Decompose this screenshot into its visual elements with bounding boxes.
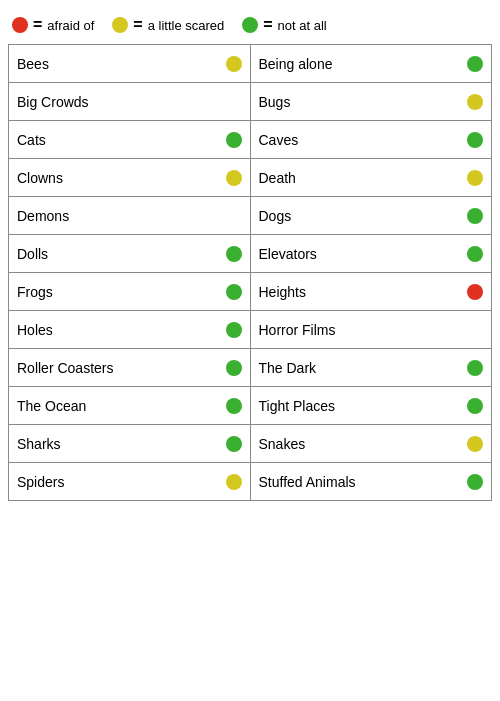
eq-sign-3: =: [263, 16, 272, 34]
scared-label: a little scared: [148, 18, 225, 33]
fear-label: Bees: [17, 56, 49, 72]
table-row: Elevators: [251, 235, 493, 273]
green-dot: [226, 132, 242, 148]
legend-not: = not at all: [242, 16, 327, 34]
table-row: Holes: [9, 311, 251, 349]
table-row: Dogs: [251, 197, 493, 235]
eq-sign-1: =: [33, 16, 42, 34]
fear-label: Sharks: [17, 436, 61, 452]
yellow-dot: [226, 56, 242, 72]
table-row: Sharks: [9, 425, 251, 463]
fear-label: Dogs: [259, 208, 292, 224]
fear-label: Spiders: [17, 474, 64, 490]
not-label: not at all: [278, 18, 327, 33]
yellow-dot: [226, 474, 242, 490]
fear-label: Holes: [17, 322, 53, 338]
fear-label: Roller Coasters: [17, 360, 113, 376]
table-row: Heights: [251, 273, 493, 311]
table-row: Big Crowds: [9, 83, 251, 121]
fear-label: Elevators: [259, 246, 317, 262]
table-row: The Dark: [251, 349, 493, 387]
green-dot: [467, 246, 483, 262]
green-dot: [226, 322, 242, 338]
fear-label: Cats: [17, 132, 46, 148]
green-dot: [467, 208, 483, 224]
fear-label: Clowns: [17, 170, 63, 186]
fear-label: Bugs: [259, 94, 291, 110]
yellow-dot: [467, 170, 483, 186]
green-dot: [226, 360, 242, 376]
fear-label: Heights: [259, 284, 306, 300]
red-dot-legend: [12, 17, 28, 33]
fear-label: Death: [259, 170, 296, 186]
fear-label: Stuffed Animals: [259, 474, 356, 490]
afraid-label: afraid of: [47, 18, 94, 33]
legend-afraid: = afraid of: [12, 16, 94, 34]
table-row: Snakes: [251, 425, 493, 463]
table-row: Cats: [9, 121, 251, 159]
yellow-dot: [226, 170, 242, 186]
red-dot: [467, 284, 483, 300]
fear-label: Horror Films: [259, 322, 336, 338]
fear-label: The Ocean: [17, 398, 86, 414]
fear-label: Caves: [259, 132, 299, 148]
green-dot: [467, 398, 483, 414]
table-row: Being alone: [251, 45, 493, 83]
green-dot: [467, 132, 483, 148]
legend: = afraid of = a little scared = not at a…: [8, 8, 492, 44]
table-row: Roller Coasters: [9, 349, 251, 387]
table-row: Stuffed Animals: [251, 463, 493, 501]
legend-scared: = a little scared: [112, 16, 224, 34]
fear-label: Tight Places: [259, 398, 336, 414]
table-row: Caves: [251, 121, 493, 159]
fear-label: Big Crowds: [17, 94, 89, 110]
green-dot: [226, 398, 242, 414]
fears-grid: BeesBeing aloneBig CrowdsBugsCatsCavesCl…: [8, 44, 492, 501]
green-dot: [226, 436, 242, 452]
fear-label: The Dark: [259, 360, 317, 376]
fear-label: Dolls: [17, 246, 48, 262]
fear-label: Being alone: [259, 56, 333, 72]
fear-label: Demons: [17, 208, 69, 224]
table-row: Tight Places: [251, 387, 493, 425]
table-row: Dolls: [9, 235, 251, 273]
table-row: Demons: [9, 197, 251, 235]
table-row: Bees: [9, 45, 251, 83]
table-row: Frogs: [9, 273, 251, 311]
eq-sign-2: =: [133, 16, 142, 34]
table-row: Death: [251, 159, 493, 197]
green-dot: [467, 360, 483, 376]
table-row: Horror Films: [251, 311, 493, 349]
fear-label: Frogs: [17, 284, 53, 300]
green-dot: [467, 474, 483, 490]
yellow-dot-legend: [112, 17, 128, 33]
green-dot-legend: [242, 17, 258, 33]
table-row: The Ocean: [9, 387, 251, 425]
yellow-dot: [467, 436, 483, 452]
green-dot: [226, 246, 242, 262]
table-row: Spiders: [9, 463, 251, 501]
green-dot: [467, 56, 483, 72]
table-row: Bugs: [251, 83, 493, 121]
green-dot: [226, 284, 242, 300]
table-row: Clowns: [9, 159, 251, 197]
yellow-dot: [467, 94, 483, 110]
fear-label: Snakes: [259, 436, 306, 452]
